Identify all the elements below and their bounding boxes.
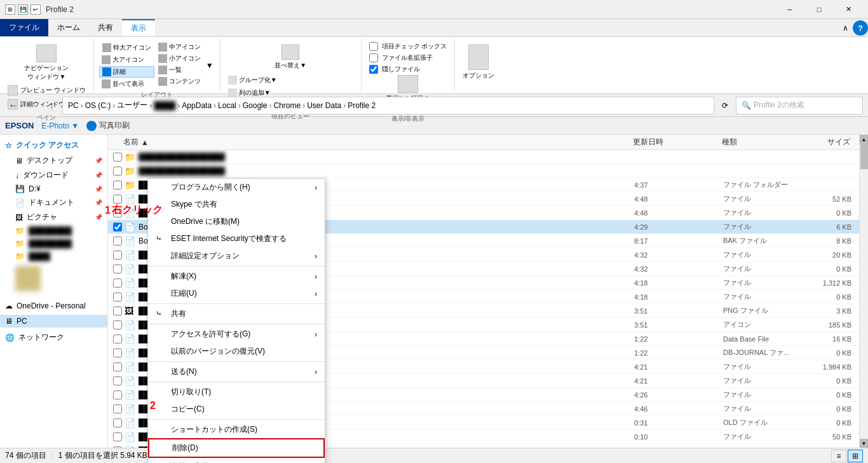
medium-icon-button[interactable]: 中アイコン <box>156 42 203 52</box>
row-checkbox[interactable] <box>113 335 122 343</box>
size-column-header[interactable]: サイズ <box>802 137 853 148</box>
ctx-menu-item[interactable]: プログラムから開く(H)› <box>148 179 325 196</box>
date-column-header[interactable]: 更新日時 <box>630 137 719 148</box>
sidebar-item-onedrive[interactable]: ☁ OneDrive - Personal <box>0 300 107 312</box>
type-column-header[interactable]: 種類 <box>719 137 802 148</box>
sidebar-item-network[interactable]: 🌐 ネットワーク <box>0 330 107 345</box>
row-checkbox[interactable] <box>113 153 122 162</box>
sidebar-item-blurred4[interactable] <box>0 263 107 294</box>
extension-checkbox-label[interactable]: ファイル名拡張子 <box>369 53 447 62</box>
address-path[interactable]: PC › OS (C:) › ユーザー › ████ › AppData › L… <box>62 97 714 114</box>
row-checkbox[interactable] <box>113 167 122 176</box>
ctx-menu-item[interactable]: 詳細設定オプション› <box>148 247 325 265</box>
tab-view[interactable]: 表示 <box>122 19 155 36</box>
row-checkbox[interactable] <box>113 279 122 287</box>
scroll-up[interactable]: ▲ <box>860 135 868 144</box>
row-checkbox[interactable] <box>113 404 122 413</box>
undo-icon[interactable]: ↩ <box>31 4 41 15</box>
row-checkbox[interactable] <box>113 349 122 357</box>
sidebar-item-pictures[interactable]: 🖼 ピクチャ 📌 <box>0 210 107 225</box>
row-checkbox[interactable] <box>113 363 122 371</box>
ctx-menu-item[interactable]: アクセスを許可する(G)› <box>148 326 325 343</box>
row-checkbox[interactable] <box>113 251 122 259</box>
sidebar-item-downloads[interactable]: ↓ ダウンロード 📌 <box>0 168 107 183</box>
tab-share[interactable]: 共有 <box>89 19 122 36</box>
help-button[interactable]: ? <box>853 20 868 36</box>
up-button[interactable]: ↑ <box>43 97 60 114</box>
sidebar-item-blurred3[interactable]: 📁 ████ <box>0 250 107 263</box>
ctx-menu-item[interactable]: 名前の変更(M) <box>148 458 325 463</box>
ctx-menu-item[interactable]: 圧縮(U)› <box>148 285 325 302</box>
search-box[interactable]: 🔍 Profile 2の検索 <box>736 97 863 114</box>
sort-button[interactable]: 並べ替え▼ <box>226 42 356 73</box>
ctx-menu-item[interactable]: 以前のバージョンの復元(V) <box>148 343 325 360</box>
row-checkbox[interactable] <box>113 307 122 315</box>
navigation-pane-button[interactable]: ナビゲーションウィンドウ▼ <box>5 42 88 84</box>
scroll-down[interactable]: ▼ <box>860 439 868 448</box>
ctx-menu-item[interactable]: ショートカットの作成(S) <box>148 421 325 438</box>
name-column-header[interactable]: 名前 ▲ <box>121 137 630 148</box>
layout-scroll-icon[interactable]: ▼ <box>205 42 215 89</box>
sidebar-item-drive-d[interactable]: 💾 D:¥ 📌 <box>0 183 107 195</box>
large-icon-button[interactable]: 大アイコン <box>99 55 154 65</box>
huge-icon-button[interactable]: 特大アイコン <box>99 42 154 53</box>
close-button[interactable]: ✕ <box>834 0 863 19</box>
item-checkbox[interactable] <box>369 42 378 51</box>
row-checkbox[interactable] <box>113 321 122 329</box>
row-checkbox[interactable] <box>113 446 122 448</box>
sidebar-item-blurred2[interactable]: 📁 ████████ <box>0 237 107 250</box>
detail-view-button[interactable]: 詳細 <box>99 66 154 78</box>
sidebar-item-desktop[interactable]: 🖥 デスクトップ 📌 <box>0 153 107 168</box>
ctx-menu-item[interactable]: 切り取り(T) <box>148 384 325 401</box>
quick-save-icon[interactable]: 💾 <box>18 4 28 15</box>
content-button[interactable]: コンテンツ <box>156 76 203 86</box>
quick-access-header[interactable]: ☆ クイック アクセス <box>0 137 107 153</box>
sidebar-item-pc[interactable]: 🖥 PC <box>0 315 107 328</box>
row-checkbox[interactable] <box>113 432 122 441</box>
extension-checkbox[interactable] <box>369 53 378 62</box>
ctx-menu-item[interactable]: OneDrive に移動(M) <box>148 213 325 230</box>
ctx-menu-item[interactable]: ⤷共有 <box>148 305 325 322</box>
scrollbar[interactable]: ▲ ▼ <box>859 135 868 448</box>
ctx-menu-item[interactable]: 解凍(X)› <box>148 268 325 285</box>
sidebar-item-documents[interactable]: 📄 ドキュメント 📌 <box>0 195 107 210</box>
table-row[interactable]: 📁 ████████████████ <box>108 150 859 164</box>
sidebar-item-blurred1[interactable]: 📁 ████████ <box>0 225 107 237</box>
tab-file[interactable]: ファイル <box>0 19 48 36</box>
detail-view-icon[interactable]: ⊞ <box>848 450 863 462</box>
item-checkbox-label[interactable]: 項目チェック ボックス <box>369 42 447 51</box>
ctx-menu-item[interactable]: Skype で共有 <box>148 196 325 213</box>
row-checkbox[interactable] <box>113 223 122 232</box>
row-checkbox[interactable] <box>113 181 122 190</box>
back-button[interactable]: ← <box>5 97 22 114</box>
hidden-files-checkbox[interactable] <box>369 65 378 74</box>
table-row[interactable]: 📁 ████████████████ <box>108 164 859 178</box>
group-button[interactable]: グループ化▼ <box>226 75 356 85</box>
tab-home[interactable]: ホーム <box>48 19 89 36</box>
ctx-menu-item[interactable]: コピー(C) <box>148 401 325 418</box>
row-checkbox[interactable] <box>113 390 122 399</box>
minimize-button[interactable]: ─ <box>775 0 804 19</box>
list-button[interactable]: 一覧 <box>156 65 203 75</box>
row-checkbox[interactable] <box>113 418 122 427</box>
row-checkbox[interactable] <box>113 265 122 273</box>
options-button[interactable]: オプション <box>460 42 497 88</box>
preview-window-button[interactable]: プレビュー ウィンドウ <box>5 84 88 97</box>
small-icon-button[interactable]: 小アイコン <box>156 53 203 64</box>
tile-button[interactable]: 並べて表示 <box>99 79 154 89</box>
hidden-files-checkbox-label[interactable]: 隠しファイル <box>369 65 447 74</box>
row-checkbox[interactable] <box>113 195 122 204</box>
ctx-menu-item[interactable]: 送る(N)› <box>148 363 325 380</box>
refresh-button[interactable]: ⟳ <box>717 97 733 114</box>
row-checkbox[interactable] <box>113 293 122 301</box>
ribbon-collapse-icon[interactable]: ∧ <box>837 20 853 36</box>
scroll-thumb[interactable] <box>860 144 868 169</box>
list-view-icon[interactable]: ≡ <box>831 450 846 462</box>
ephoto-button[interactable]: E-Photo ▼ <box>42 121 79 130</box>
ctx-menu-item[interactable]: ⤷ESET Internet Securityで検査する <box>148 230 325 247</box>
photo-print-button[interactable]: 写真印刷 <box>86 120 130 131</box>
row-checkbox[interactable] <box>113 377 122 385</box>
ctx-menu-item[interactable]: 削除(D) <box>148 438 325 458</box>
maximize-button[interactable]: □ <box>804 0 834 19</box>
row-checkbox[interactable] <box>113 237 122 245</box>
